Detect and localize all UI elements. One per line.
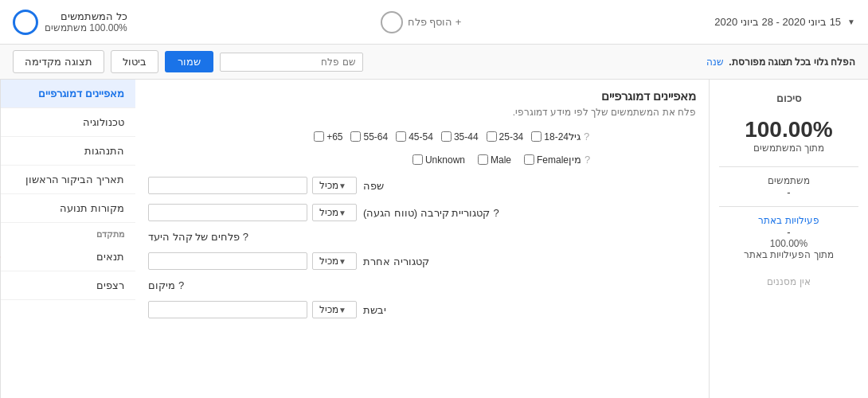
gender-checkbox-unknown[interactable] bbox=[412, 154, 423, 165]
filter-bar: הפלח גלוי בכל תצוגה מפורסת. שנה שמור ביט… bbox=[0, 45, 868, 80]
right-panel-item-sequences[interactable]: רצפים bbox=[1, 271, 135, 300]
affinity-contains-dropdown[interactable]: מכיל ▼ bbox=[312, 204, 357, 221]
add-filter-button[interactable]: + הוסף פלח bbox=[381, 11, 462, 33]
age-label: ? גיל bbox=[569, 131, 696, 142]
affinity-inputs: מכיל ▼ bbox=[148, 204, 357, 221]
location-row: ? מיקום bbox=[148, 279, 696, 291]
sidebar-users-value: - bbox=[719, 186, 858, 198]
chevron-down-icon: ▼ bbox=[847, 18, 855, 26]
sidebar-activity-pct-value: 100.00% bbox=[719, 238, 858, 249]
continent-contains-dropdown[interactable]: מכיל ▼ bbox=[312, 301, 357, 318]
right-panel-item-demographics[interactable]: מאפיינים דמוגרפיים bbox=[1, 80, 135, 108]
continent-label: יבשת bbox=[363, 304, 491, 316]
affinity-label: ? קטגוריית קירבה (טווח הגעה) bbox=[363, 207, 499, 219]
main-content: סיכום 100.00% מתוך המשתמשים משתמשים - פע… bbox=[0, 80, 868, 398]
age-checkbox-4554[interactable] bbox=[396, 131, 406, 142]
affinity-help-icon[interactable]: ? bbox=[493, 207, 499, 219]
age-row: ? גיל +65 55-64 45-54 35-44 bbox=[148, 131, 696, 142]
sidebar: סיכום 100.00% מתוך המשתמשים משתמשים - פע… bbox=[709, 80, 868, 398]
age-option-4554[interactable]: 45-54 bbox=[396, 131, 433, 142]
filter-bar-label: הפלח גלוי בכל תצוגה מפורסת. bbox=[729, 57, 855, 68]
continent-contains-arrow-icon: ▼ bbox=[338, 306, 346, 314]
continent-text-input[interactable] bbox=[148, 301, 307, 318]
location-label: ? מיקום bbox=[148, 279, 276, 291]
sidebar-activity-label[interactable]: פעילויות באתר bbox=[719, 215, 858, 226]
age-checkbox-65plus[interactable] bbox=[314, 131, 324, 142]
other-inputs: מכיל ▼ bbox=[148, 252, 357, 270]
age-options: +65 55-64 45-54 35-44 25-34 bbox=[148, 131, 569, 142]
filter-bar-left: שמור ביטול תצוגה מקדימה bbox=[13, 50, 363, 73]
save-button[interactable]: שמור bbox=[165, 51, 213, 72]
segment-name-input[interactable] bbox=[220, 53, 363, 72]
right-panel-item-behavior[interactable]: התנהגות bbox=[1, 137, 135, 166]
audience-row: ? פלחים של קהל היעד bbox=[148, 231, 696, 243]
other-contains-arrow-icon: ▼ bbox=[338, 257, 346, 266]
affinity-text-input[interactable] bbox=[148, 204, 307, 221]
sidebar-activity-pct-label: מתוך הפעילויות באתר bbox=[719, 249, 858, 260]
sidebar-title: סיכום bbox=[719, 92, 858, 104]
date-range[interactable]: 15 ביוני 2020 - 28 ביוני 2020 bbox=[714, 16, 841, 28]
red-arrow-icon bbox=[0, 250, 1, 264]
other-category-row: קטגוריה אחרת מכיל ▼ bbox=[148, 252, 696, 270]
all-users-title: כל המשתמשים bbox=[45, 10, 127, 22]
gender-label: ? מין bbox=[569, 154, 696, 166]
location-help-icon[interactable]: ? bbox=[178, 279, 184, 291]
cancel-button[interactable]: ביטול bbox=[111, 50, 158, 73]
age-checkbox-5564[interactable] bbox=[350, 131, 361, 142]
right-panel-item-traffic-sources[interactable]: מקורות תנועה bbox=[1, 194, 135, 223]
sidebar-divider-1 bbox=[719, 166, 858, 167]
right-panel-item-conditions[interactable]: תנאים bbox=[1, 243, 135, 271]
sidebar-no-data: אין מסננים bbox=[719, 276, 858, 287]
language-contains-dropdown[interactable]: מכיל ▼ bbox=[312, 177, 357, 194]
continent-row: יבשת מכיל ▼ bbox=[148, 301, 696, 318]
age-help-icon[interactable]: ? bbox=[584, 131, 589, 142]
audience-help-icon[interactable]: ? bbox=[243, 231, 248, 243]
all-users-pct: 100.00% משתמשים bbox=[45, 22, 127, 33]
right-panel: מאפיינים דמוגרפיים טכנולוגיה התנהגות תאר… bbox=[0, 80, 135, 398]
sidebar-divider-2 bbox=[719, 206, 858, 207]
filter-bar-change-link[interactable]: שנה bbox=[706, 57, 724, 68]
top-bar: ▼ 15 ביוני 2020 - 28 ביוני 2020 + הוסף פ… bbox=[0, 0, 868, 45]
age-option-3544[interactable]: 35-44 bbox=[441, 131, 479, 142]
sidebar-of-users: מתוך המשתמשים bbox=[719, 142, 858, 154]
gender-help-icon[interactable]: ? bbox=[585, 154, 590, 166]
affinity-row: ? קטגוריית קירבה (טווח הגעה) מכיל ▼ bbox=[148, 204, 696, 221]
age-option-2534[interactable]: 25-34 bbox=[487, 131, 524, 142]
continent-inputs: מכיל ▼ bbox=[148, 301, 357, 318]
audience-label: ? פלחים של קהל היעד bbox=[148, 231, 276, 243]
top-bar-center: + הוסף פלח bbox=[381, 11, 462, 33]
gender-option-male[interactable]: Male bbox=[478, 154, 511, 166]
other-contains-dropdown[interactable]: מכיל ▼ bbox=[312, 252, 357, 270]
language-label: שפה bbox=[363, 180, 491, 192]
affinity-contains-arrow-icon: ▼ bbox=[338, 209, 346, 217]
demographic-title: מאפיינים דמוגרפיים bbox=[148, 89, 696, 103]
gender-checkbox-female[interactable] bbox=[524, 154, 534, 165]
gender-option-female[interactable]: Female bbox=[524, 154, 569, 166]
filter-bar-right: הפלח גלוי בכל תצוגה מפורסת. שנה bbox=[706, 57, 855, 68]
language-text-input[interactable] bbox=[148, 177, 307, 194]
age-option-65plus[interactable]: +65 bbox=[314, 131, 342, 142]
gender-checkbox-male[interactable] bbox=[478, 154, 488, 165]
top-bar-right: ▼ 15 ביוני 2020 - 28 ביוני 2020 bbox=[714, 16, 855, 28]
age-checkbox-3544[interactable] bbox=[441, 131, 452, 142]
language-inputs: מכיל ▼ bbox=[148, 177, 357, 194]
gender-option-unknown[interactable]: Unknown bbox=[412, 154, 465, 166]
right-panel-item-technology[interactable]: טכנולוגיה bbox=[1, 108, 135, 137]
advanced-preview-button[interactable]: תצוגה מקדימה bbox=[13, 50, 104, 73]
age-option-5564[interactable]: 55-64 bbox=[350, 131, 388, 142]
sidebar-activity-value: - bbox=[719, 226, 858, 238]
age-checkbox-2534[interactable] bbox=[487, 131, 497, 142]
all-users-text: כל המשתמשים 100.00% משתמשים bbox=[45, 10, 127, 33]
age-option-1824[interactable]: 18-24 bbox=[531, 131, 569, 142]
top-bar-left: כל המשתמשים 100.00% משתמשים bbox=[13, 10, 127, 35]
right-panel-item-visit-date[interactable]: תאריך הביקור הראשון bbox=[1, 166, 135, 194]
language-contains-arrow-icon: ▼ bbox=[338, 181, 346, 190]
age-checkbox-1824[interactable] bbox=[531, 131, 542, 142]
gender-row: ? מין Unknown Male Female bbox=[148, 154, 696, 166]
all-users-circle-icon bbox=[13, 10, 38, 35]
other-label: קטגוריה אחרת bbox=[363, 256, 491, 267]
center-area: מאפיינים דמוגרפיים פלח את המשתמשים שלך ל… bbox=[135, 80, 709, 398]
all-users-section: כל המשתמשים 100.00% משתמשים bbox=[13, 10, 127, 35]
sidebar-users-label: משתמשים bbox=[719, 175, 858, 186]
other-text-input[interactable] bbox=[148, 252, 307, 270]
